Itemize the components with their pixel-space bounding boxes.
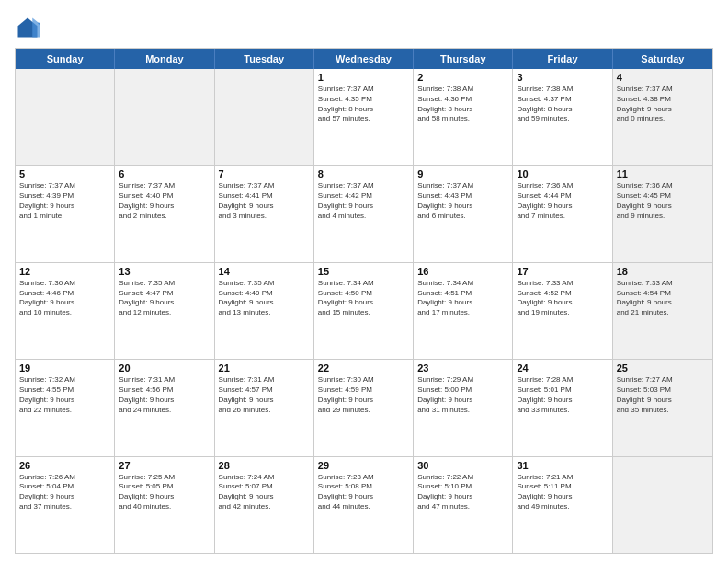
day-number: 18 — [617, 266, 709, 277]
day-info: Sunrise: 7:22 AM Sunset: 5:10 PM Dayligh… — [417, 473, 508, 512]
day-cell-4: 4Sunrise: 7:37 AM Sunset: 4:38 PM Daylig… — [613, 69, 712, 165]
day-info: Sunrise: 7:26 AM Sunset: 5:04 PM Dayligh… — [19, 473, 110, 512]
day-info: Sunrise: 7:21 AM Sunset: 5:11 PM Dayligh… — [517, 473, 608, 512]
day-info: Sunrise: 7:34 AM Sunset: 4:50 PM Dayligh… — [318, 279, 409, 318]
day-cell-8: 8Sunrise: 7:37 AM Sunset: 4:42 PM Daylig… — [314, 166, 414, 261]
day-cell-21: 21Sunrise: 7:31 AM Sunset: 4:57 PM Dayli… — [215, 360, 314, 455]
day-cell-14: 14Sunrise: 7:35 AM Sunset: 4:49 PM Dayli… — [215, 263, 314, 359]
day-info: Sunrise: 7:23 AM Sunset: 5:08 PM Dayligh… — [318, 473, 409, 512]
empty-cell-0-1 — [115, 69, 214, 165]
day-cell-18: 18Sunrise: 7:33 AM Sunset: 4:54 PM Dayli… — [613, 263, 712, 359]
day-info: Sunrise: 7:37 AM Sunset: 4:41 PM Dayligh… — [219, 181, 310, 221]
day-info: Sunrise: 7:32 AM Sunset: 4:55 PM Dayligh… — [19, 375, 110, 415]
calendar-row-1: 5Sunrise: 7:37 AM Sunset: 4:39 PM Daylig… — [16, 165, 712, 261]
calendar-row-3: 19Sunrise: 7:32 AM Sunset: 4:55 PM Dayli… — [16, 359, 712, 455]
day-number: 28 — [219, 460, 310, 471]
logo-icon — [15, 15, 40, 40]
day-cell-6: 6Sunrise: 7:37 AM Sunset: 4:40 PM Daylig… — [115, 166, 214, 261]
day-cell-19: 19Sunrise: 7:32 AM Sunset: 4:55 PM Dayli… — [16, 360, 115, 455]
day-cell-2: 2Sunrise: 7:38 AM Sunset: 4:36 PM Daylig… — [414, 69, 513, 165]
calendar-body: 1Sunrise: 7:37 AM Sunset: 4:35 PM Daylig… — [16, 69, 712, 553]
logo — [15, 15, 44, 40]
day-cell-1: 1Sunrise: 7:37 AM Sunset: 4:35 PM Daylig… — [314, 69, 414, 165]
day-info: Sunrise: 7:37 AM Sunset: 4:40 PM Dayligh… — [119, 181, 210, 221]
day-cell-31: 31Sunrise: 7:21 AM Sunset: 5:11 PM Dayli… — [513, 457, 612, 553]
day-number: 29 — [318, 460, 409, 471]
day-cell-27: 27Sunrise: 7:25 AM Sunset: 5:05 PM Dayli… — [115, 457, 214, 553]
day-number: 12 — [19, 266, 110, 277]
day-number: 20 — [119, 362, 210, 373]
day-info: Sunrise: 7:36 AM Sunset: 4:45 PM Dayligh… — [617, 181, 709, 221]
day-number: 21 — [219, 362, 310, 373]
day-cell-29: 29Sunrise: 7:23 AM Sunset: 5:08 PM Dayli… — [314, 457, 414, 553]
day-cell-28: 28Sunrise: 7:24 AM Sunset: 5:07 PM Dayli… — [215, 457, 314, 553]
calendar: SundayMondayTuesdayWednesdayThursdayFrid… — [15, 48, 713, 554]
day-cell-22: 22Sunrise: 7:30 AM Sunset: 4:59 PM Dayli… — [314, 360, 414, 455]
day-number: 3 — [517, 72, 608, 83]
day-number: 19 — [19, 362, 110, 373]
header-day-wednesday: Wednesday — [314, 49, 414, 69]
day-info: Sunrise: 7:29 AM Sunset: 5:00 PM Dayligh… — [417, 375, 508, 415]
day-cell-5: 5Sunrise: 7:37 AM Sunset: 4:39 PM Daylig… — [16, 166, 115, 261]
day-info: Sunrise: 7:34 AM Sunset: 4:51 PM Dayligh… — [417, 279, 508, 318]
day-cell-13: 13Sunrise: 7:35 AM Sunset: 4:47 PM Dayli… — [115, 263, 214, 359]
day-number: 13 — [119, 266, 210, 277]
day-info: Sunrise: 7:37 AM Sunset: 4:35 PM Dayligh… — [318, 85, 409, 124]
day-cell-10: 10Sunrise: 7:36 AM Sunset: 4:44 PM Dayli… — [513, 166, 612, 261]
day-number: 15 — [318, 266, 409, 277]
day-number: 22 — [318, 362, 409, 373]
header-day-sunday: Sunday — [16, 49, 115, 69]
day-number: 10 — [517, 168, 608, 179]
day-info: Sunrise: 7:35 AM Sunset: 4:49 PM Dayligh… — [219, 279, 310, 318]
day-cell-16: 16Sunrise: 7:34 AM Sunset: 4:51 PM Dayli… — [414, 263, 513, 359]
svg-marker-1 — [32, 18, 40, 38]
day-info: Sunrise: 7:33 AM Sunset: 4:52 PM Dayligh… — [517, 279, 608, 318]
header-day-tuesday: Tuesday — [215, 49, 314, 69]
header-day-saturday: Saturday — [613, 49, 712, 69]
day-info: Sunrise: 7:33 AM Sunset: 4:54 PM Dayligh… — [617, 279, 709, 318]
day-info: Sunrise: 7:37 AM Sunset: 4:38 PM Dayligh… — [617, 85, 709, 124]
day-number: 23 — [417, 362, 508, 373]
day-number: 30 — [417, 460, 508, 471]
day-cell-20: 20Sunrise: 7:31 AM Sunset: 4:56 PM Dayli… — [115, 360, 214, 455]
day-number: 2 — [417, 72, 508, 83]
day-info: Sunrise: 7:37 AM Sunset: 4:39 PM Dayligh… — [19, 181, 110, 221]
day-number: 27 — [119, 460, 210, 471]
day-cell-17: 17Sunrise: 7:33 AM Sunset: 4:52 PM Dayli… — [513, 263, 612, 359]
day-info: Sunrise: 7:31 AM Sunset: 4:57 PM Dayligh… — [219, 375, 310, 415]
day-cell-25: 25Sunrise: 7:27 AM Sunset: 5:03 PM Dayli… — [613, 360, 712, 455]
day-info: Sunrise: 7:25 AM Sunset: 5:05 PM Dayligh… — [119, 473, 210, 512]
day-cell-23: 23Sunrise: 7:29 AM Sunset: 5:00 PM Dayli… — [414, 360, 513, 455]
day-number: 16 — [417, 266, 508, 277]
day-number: 31 — [517, 460, 608, 471]
page: SundayMondayTuesdayWednesdayThursdayFrid… — [0, 0, 728, 563]
day-number: 7 — [219, 168, 310, 179]
day-cell-30: 30Sunrise: 7:22 AM Sunset: 5:10 PM Dayli… — [414, 457, 513, 553]
day-info: Sunrise: 7:36 AM Sunset: 4:44 PM Dayligh… — [517, 181, 608, 221]
day-info: Sunrise: 7:36 AM Sunset: 4:46 PM Dayligh… — [19, 279, 110, 318]
day-number: 26 — [19, 460, 110, 471]
day-number: 1 — [318, 72, 409, 83]
day-cell-3: 3Sunrise: 7:38 AM Sunset: 4:37 PM Daylig… — [513, 69, 612, 165]
day-number: 24 — [517, 362, 608, 373]
day-cell-26: 26Sunrise: 7:26 AM Sunset: 5:04 PM Dayli… — [16, 457, 115, 553]
day-info: Sunrise: 7:37 AM Sunset: 4:43 PM Dayligh… — [417, 181, 508, 221]
header-day-monday: Monday — [115, 49, 214, 69]
day-info: Sunrise: 7:28 AM Sunset: 5:01 PM Dayligh… — [517, 375, 608, 415]
calendar-row-0: 1Sunrise: 7:37 AM Sunset: 4:35 PM Daylig… — [16, 69, 712, 165]
day-cell-11: 11Sunrise: 7:36 AM Sunset: 4:45 PM Dayli… — [613, 166, 712, 261]
day-info: Sunrise: 7:24 AM Sunset: 5:07 PM Dayligh… — [219, 473, 310, 512]
day-number: 25 — [617, 362, 709, 373]
day-cell-24: 24Sunrise: 7:28 AM Sunset: 5:01 PM Dayli… — [513, 360, 612, 455]
day-number: 17 — [517, 266, 608, 277]
empty-cell-0-2 — [215, 69, 314, 165]
day-cell-15: 15Sunrise: 7:34 AM Sunset: 4:50 PM Dayli… — [314, 263, 414, 359]
empty-cell-0-0 — [16, 69, 115, 165]
day-info: Sunrise: 7:35 AM Sunset: 4:47 PM Dayligh… — [119, 279, 210, 318]
day-cell-7: 7Sunrise: 7:37 AM Sunset: 4:41 PM Daylig… — [215, 166, 314, 261]
header-day-friday: Friday — [513, 49, 612, 69]
day-info: Sunrise: 7:38 AM Sunset: 4:36 PM Dayligh… — [417, 85, 508, 124]
header — [15, 15, 713, 40]
day-info: Sunrise: 7:27 AM Sunset: 5:03 PM Dayligh… — [617, 375, 709, 415]
day-info: Sunrise: 7:31 AM Sunset: 4:56 PM Dayligh… — [119, 375, 210, 415]
